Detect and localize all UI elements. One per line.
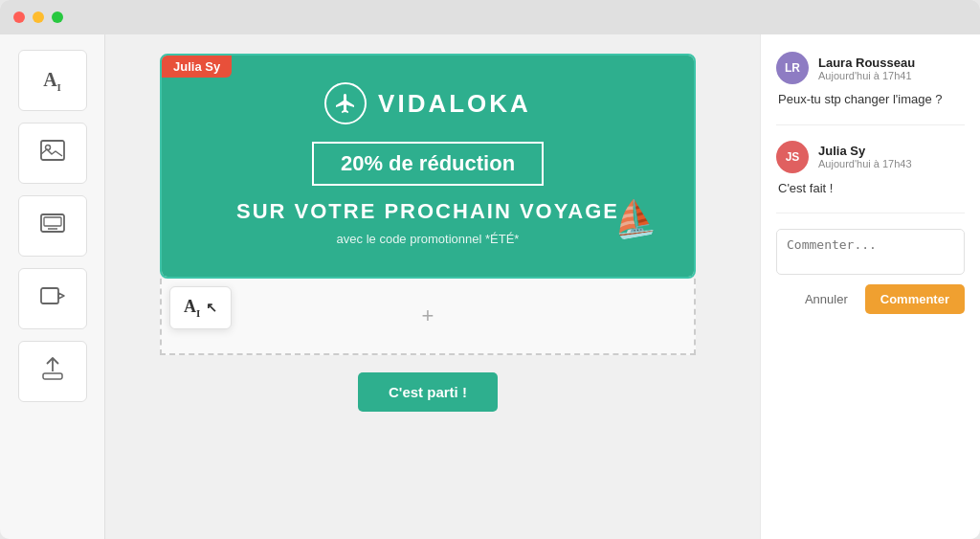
close-button[interactable] bbox=[13, 11, 25, 23]
svg-rect-3 bbox=[44, 217, 61, 226]
banner-main-text: SUR VOTRE PROCHAIN VOYAGE bbox=[236, 199, 619, 224]
banner-label: Julia Sy bbox=[162, 56, 232, 78]
upload-tool-icon bbox=[41, 356, 64, 387]
sidebar-item-embed[interactable] bbox=[18, 195, 87, 257]
canvas-area: Julia Sy VIDALOKA 20% de réduction bbox=[105, 34, 760, 539]
comment-item-lr: LR Laura Rousseau Aujourd'hui à 17h41 Pe… bbox=[776, 52, 965, 109]
embed-tool-icon bbox=[39, 212, 66, 240]
boat-icon: ⛵ bbox=[610, 194, 659, 241]
maximize-button[interactable] bbox=[52, 11, 63, 23]
banner-card: Julia Sy VIDALOKA 20% de réduction bbox=[160, 54, 696, 279]
comment-divider bbox=[776, 124, 965, 125]
canvas-content: Julia Sy VIDALOKA 20% de réduction bbox=[160, 54, 696, 412]
comment-meta-lr: Laura Rousseau Aujourd'hui à 17h41 bbox=[818, 56, 915, 81]
comment-input-area: Annuler Commenter bbox=[776, 229, 965, 314]
ai-tooltip: AI ↖ bbox=[169, 286, 232, 329]
minimize-button[interactable] bbox=[33, 11, 44, 23]
comment-panel: LR Laura Rousseau Aujourd'hui à 17h41 Pe… bbox=[760, 34, 980, 539]
title-bar bbox=[0, 0, 980, 34]
avatar-js: JS bbox=[776, 141, 809, 173]
app-window: AI bbox=[0, 0, 980, 539]
banner-discount-box: 20% de réduction bbox=[312, 142, 544, 186]
app-body: AI bbox=[0, 34, 980, 539]
comment-header-js: JS Julia Sy Aujourd'hui à 17h43 bbox=[776, 141, 965, 173]
avatar-lr: LR bbox=[776, 52, 809, 84]
svg-rect-5 bbox=[41, 288, 58, 303]
text-block-area[interactable]: AI ↖ + bbox=[160, 279, 696, 355]
sidebar-item-image[interactable] bbox=[18, 123, 87, 184]
banner-brand-text: VIDALOKA bbox=[378, 89, 531, 119]
comment-text-js: C'est fait ! bbox=[776, 179, 965, 198]
cancel-comment-button[interactable]: Annuler bbox=[797, 286, 856, 312]
svg-rect-6 bbox=[43, 373, 62, 379]
comment-meta-js: Julia Sy Aujourd'hui à 17h43 bbox=[818, 144, 912, 169]
comment-time-js: Aujourd'hui à 17h43 bbox=[818, 158, 912, 169]
comment-time-lr: Aujourd'hui à 17h41 bbox=[818, 70, 915, 81]
comment-author-lr: Laura Rousseau bbox=[818, 56, 915, 70]
banner-sub-text: avec le code promotionnel *ÉTÉ* bbox=[337, 232, 520, 246]
banner-background: VIDALOKA 20% de réduction SUR VOTRE PROC… bbox=[162, 56, 694, 277]
banner-logo: VIDALOKA bbox=[324, 82, 531, 124]
sidebar-item-video[interactable] bbox=[18, 268, 87, 329]
svg-rect-0 bbox=[41, 141, 64, 160]
submit-comment-button[interactable]: Commenter bbox=[865, 284, 965, 314]
text-tool-icon: AI bbox=[43, 69, 61, 93]
comment-divider-2 bbox=[776, 213, 965, 213]
cursor-icon: ↖ bbox=[206, 300, 217, 315]
video-tool-icon bbox=[39, 284, 66, 313]
sidebar: AI bbox=[0, 34, 105, 539]
comment-item-js: JS Julia Sy Aujourd'hui à 17h43 C'est fa… bbox=[776, 141, 965, 198]
comment-input[interactable] bbox=[776, 229, 965, 275]
sidebar-item-upload[interactable] bbox=[18, 341, 87, 402]
plane-icon bbox=[324, 82, 367, 124]
cta-button[interactable]: C'est parti ! bbox=[358, 372, 498, 412]
image-tool-icon bbox=[39, 139, 66, 168]
comment-author-js: Julia Sy bbox=[818, 144, 912, 158]
ai-tooltip-text: AI bbox=[184, 297, 200, 319]
comment-header-lr: LR Laura Rousseau Aujourd'hui à 17h41 bbox=[776, 52, 965, 84]
add-block-icon[interactable]: + bbox=[422, 303, 434, 328]
cta-button-wrap: C'est parti ! bbox=[358, 372, 498, 412]
comment-actions: Annuler Commenter bbox=[776, 284, 965, 314]
sidebar-item-text[interactable]: AI bbox=[18, 50, 87, 111]
comment-text-lr: Peux-tu stp changer l'image ? bbox=[776, 90, 965, 109]
banner-discount-text: 20% de réduction bbox=[341, 151, 515, 175]
